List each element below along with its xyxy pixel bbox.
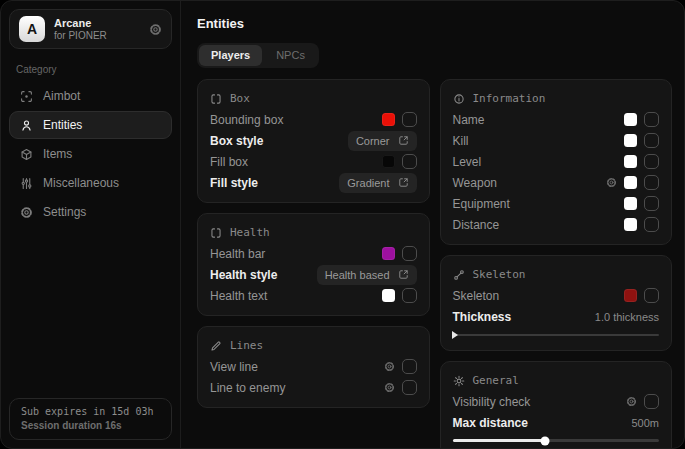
row-label: Health text (210, 289, 267, 303)
health-bar-row: Health bar (210, 243, 417, 264)
gear-icon[interactable] (149, 23, 162, 36)
row-label: Skeleton (453, 289, 500, 303)
card-header: Lines (210, 335, 417, 356)
health-style-dropdown[interactable]: Health based (317, 265, 417, 285)
row-controls (624, 288, 659, 303)
card-columns: BoxBounding boxBox styleCornerFill boxFi… (197, 79, 672, 448)
gear-icon (20, 206, 33, 219)
distance-row: Distance (453, 214, 660, 235)
checkbox[interactable] (644, 394, 659, 409)
row-label: View line (210, 360, 258, 374)
color-swatch[interactable] (624, 113, 637, 126)
row-controls (382, 246, 417, 261)
scan-icon (20, 90, 33, 103)
checkbox[interactable] (644, 196, 659, 211)
brand-name: Arcane (54, 17, 107, 30)
dropdown-value: Gradient (347, 177, 389, 189)
slider[interactable] (453, 328, 660, 341)
checkbox[interactable] (402, 154, 417, 169)
row-controls: 500m (631, 417, 659, 429)
checkbox[interactable] (402, 246, 417, 261)
info-icon (453, 93, 465, 105)
sidebar-item-label: Items (43, 147, 72, 161)
checkbox[interactable] (644, 133, 659, 148)
checkbox[interactable] (644, 288, 659, 303)
slider-handle[interactable] (452, 331, 458, 339)
card-header: Information (453, 88, 660, 109)
slider-track[interactable] (453, 439, 660, 442)
checkbox[interactable] (644, 217, 659, 232)
row-controls (624, 133, 659, 148)
card-title: Information (473, 92, 546, 105)
card-header: Health (210, 222, 417, 243)
brackets-icon (210, 93, 222, 105)
main-panel: Entities PlayersNPCs BoxBounding boxBox … (181, 1, 684, 448)
card-title: Health (230, 226, 270, 239)
sun-icon (453, 375, 465, 387)
sliders-icon (20, 177, 33, 190)
gearsm-icon[interactable] (626, 396, 637, 407)
color-swatch[interactable] (624, 218, 637, 231)
row-controls (624, 196, 659, 211)
gearsm-icon[interactable] (384, 361, 395, 372)
checkbox[interactable] (402, 112, 417, 127)
row-label: Name (453, 113, 485, 127)
color-swatch[interactable] (624, 134, 637, 147)
health-style-row: Health styleHealth based (210, 264, 417, 285)
line-to-enemy-row: Line to enemy (210, 377, 417, 398)
session-duration-text: Session duration 16s (21, 420, 160, 431)
color-swatch[interactable] (624, 155, 637, 168)
skeleton-card: SkeletonSkeletonThickness1.0 thickness (440, 255, 673, 351)
bounding-box-row: Bounding box (210, 109, 417, 130)
sidebar-item-miscellaneous[interactable]: Miscellaneous (9, 169, 172, 197)
row-label: Fill box (210, 155, 248, 169)
row-controls (382, 288, 417, 303)
dropdown-value: Corner (356, 135, 390, 147)
checkbox[interactable] (402, 288, 417, 303)
box-style-dropdown[interactable]: Corner (348, 131, 417, 151)
color-swatch[interactable] (382, 289, 395, 302)
tab-npcs[interactable]: NPCs (264, 45, 317, 66)
equipment-row: Equipment (453, 193, 660, 214)
general-card: GeneralVisibility checkMax distance500m (440, 361, 673, 448)
lines-card: LinesView lineLine to enemy (197, 326, 430, 408)
fill-style-dropdown[interactable]: Gradient (339, 173, 416, 193)
row-label: Distance (453, 218, 500, 232)
brand-card: A Arcane for PIONER (9, 9, 172, 49)
max-distance-row: Max distance500m (453, 412, 660, 433)
gearsm-icon[interactable] (606, 177, 617, 188)
color-swatch[interactable] (624, 176, 637, 189)
color-swatch[interactable] (382, 113, 395, 126)
tab-players[interactable]: Players (199, 45, 262, 66)
expand-icon (398, 135, 409, 146)
slider-track[interactable] (453, 334, 660, 336)
sidebar-item-entities[interactable]: Entities (9, 111, 172, 139)
slider-handle[interactable] (541, 436, 550, 445)
fill-box-row: Fill box (210, 151, 417, 172)
sidebar-item-settings[interactable]: Settings (9, 198, 172, 226)
checkbox[interactable] (644, 154, 659, 169)
slider[interactable] (453, 434, 660, 447)
person-icon (20, 119, 33, 132)
fill-style-row: Fill styleGradient (210, 172, 417, 193)
color-swatch[interactable] (624, 197, 637, 210)
sidebar-item-label: Settings (43, 205, 86, 219)
expand-icon (398, 269, 409, 280)
sidebar-item-items[interactable]: Items (9, 140, 172, 168)
checkbox[interactable] (644, 175, 659, 190)
sidebar-item-aimbot[interactable]: Aimbot (9, 82, 172, 110)
row-label: Level (453, 155, 482, 169)
skeleton-row: Skeleton (453, 285, 660, 306)
color-swatch[interactable] (382, 155, 395, 168)
color-swatch[interactable] (624, 289, 637, 302)
sidebar-item-label: Miscellaneous (43, 176, 119, 190)
checkbox[interactable] (402, 359, 417, 374)
checkbox[interactable] (644, 112, 659, 127)
bone-icon (453, 269, 465, 281)
row-value: 500m (631, 417, 659, 429)
color-swatch[interactable] (382, 247, 395, 260)
checkbox[interactable] (402, 380, 417, 395)
right-column: InformationNameKillLevelWeaponEquipmentD… (440, 79, 673, 448)
gearsm-icon[interactable] (384, 382, 395, 393)
row-label: Thickness (453, 310, 512, 324)
